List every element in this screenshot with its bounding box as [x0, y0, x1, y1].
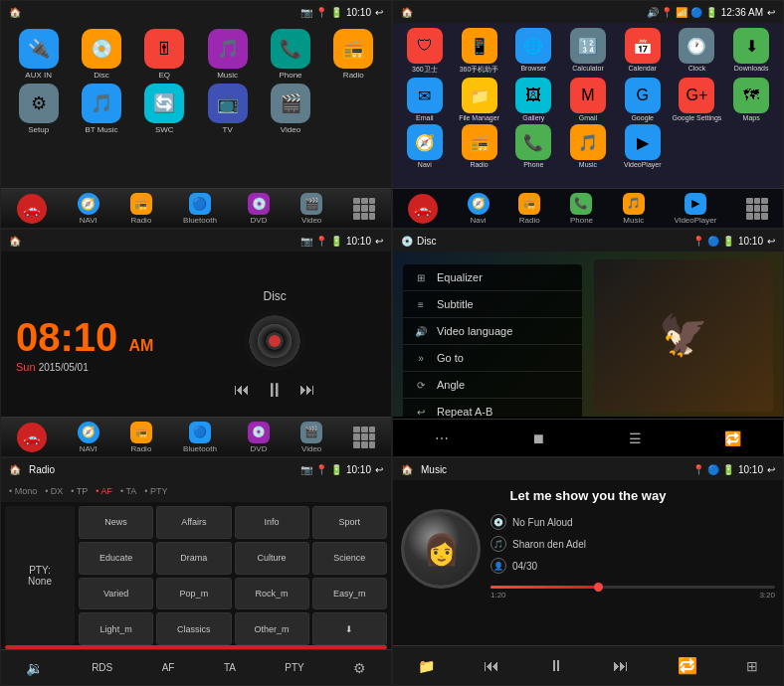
nav-bt-3[interactable]: 🔵 Bluetooth: [183, 422, 217, 453]
radio-pty-btn[interactable]: PTY: [285, 662, 303, 673]
radio-indicator-mono[interactable]: • Mono: [9, 486, 37, 496]
radio-btn-15[interactable]: ⬇: [312, 612, 387, 645]
android-app-13[interactable]: 🗺Maps: [725, 78, 777, 121]
music-progress[interactable]: 1:20 3:20: [490, 586, 775, 600]
radio-btn-2[interactable]: Info: [235, 506, 309, 539]
nav-video-1[interactable]: 🎬 Video: [300, 193, 322, 225]
app-icon-eq[interactable]: 🎚EQ: [135, 29, 194, 80]
back-icon-1[interactable]: ↩: [375, 7, 383, 18]
nav-phone-2[interactable]: 📞 Phone: [570, 193, 593, 225]
nav-grid-btn-3[interactable]: [353, 427, 375, 448]
android-app-8[interactable]: 📁File Manager: [454, 78, 505, 121]
radio-btn-6[interactable]: Culture: [235, 542, 309, 575]
radio-indicator-ta[interactable]: • TA: [120, 486, 136, 496]
music-settings-icon[interactable]: ⊞: [746, 658, 758, 674]
music-repeat-btn[interactable]: 🔁: [678, 656, 697, 675]
back-icon-6[interactable]: ↩: [767, 464, 775, 475]
dvd-menu-btn[interactable]: ⋯: [435, 430, 449, 446]
nav-grid-btn-1[interactable]: [353, 198, 375, 220]
android-app-14[interactable]: 🧭Navi: [399, 124, 451, 168]
android-app-2[interactable]: 🌐Browser: [507, 28, 559, 75]
android-app-16[interactable]: 📞Phone: [507, 124, 559, 168]
android-app-5[interactable]: 🕐Clock: [672, 28, 723, 75]
dvd-stop-btn[interactable]: ⏹: [531, 430, 545, 446]
radio-btn-3[interactable]: Sport: [312, 506, 387, 539]
android-app-12[interactable]: G+Google Settings: [672, 78, 723, 121]
radio-btn-7[interactable]: Science: [312, 542, 387, 575]
radio-indicator-af[interactable]: • AF: [96, 486, 112, 496]
android-app-9[interactable]: 🖼Gallery: [507, 78, 559, 121]
radio-indicator-pty[interactable]: • PTY: [144, 486, 167, 496]
radio-af[interactable]: AF: [162, 662, 175, 673]
back-icon-5[interactable]: ↩: [375, 464, 383, 475]
radio-indicator-dx[interactable]: • DX: [45, 486, 63, 496]
nav-music-2[interactable]: 🎵 Music: [623, 193, 645, 225]
back-icon-3[interactable]: ↩: [375, 236, 383, 247]
nav-bt-1[interactable]: 🔵 Bluetooth: [183, 193, 217, 225]
music-folder-icon[interactable]: 📁: [418, 658, 435, 674]
dvd-menu-item-3[interactable]: »Go to: [403, 345, 582, 372]
nav-video-3[interactable]: 🎬 Video: [300, 422, 322, 453]
nav-navi-3[interactable]: 🧭 NAVI: [78, 422, 99, 453]
android-app-10[interactable]: MGmail: [562, 78, 614, 121]
app-icon-tv[interactable]: 📺TV: [198, 84, 257, 134]
nav-car-2[interactable]: 🚗: [408, 194, 438, 224]
music-pause-btn[interactable]: ⏸: [548, 657, 564, 675]
disc-next[interactable]: ⏭: [299, 381, 315, 399]
app-icon-music[interactable]: 🎵Music: [198, 29, 257, 80]
radio-btn-4[interactable]: Educate: [79, 542, 153, 575]
radio-btn-11[interactable]: Easy_m: [312, 578, 387, 610]
dvd-menu-item-2[interactable]: 🔊Video language: [403, 318, 582, 345]
radio-btn-13[interactable]: Classics: [156, 612, 231, 645]
android-app-11[interactable]: GGoogle: [617, 78, 669, 121]
nav-dvd-1[interactable]: 💿 DVD: [248, 193, 270, 225]
android-app-7[interactable]: ✉Email: [399, 78, 451, 121]
android-app-17[interactable]: 🎵Music: [562, 124, 614, 168]
android-app-4[interactable]: 📅Calendar: [617, 28, 669, 75]
nav-navi-1[interactable]: 🧭 NAVI: [78, 193, 99, 225]
android-app-15[interactable]: 📻Radio: [454, 124, 505, 168]
app-icon-video[interactable]: 🎬Video: [261, 84, 319, 134]
radio-btn-5[interactable]: Drama: [156, 542, 231, 575]
app-icon-phone[interactable]: 📞Phone: [261, 29, 319, 80]
dvd-menu-item-1[interactable]: ≡Subtitle: [403, 291, 582, 318]
radio-btn-0[interactable]: News: [79, 506, 153, 539]
android-app-18[interactable]: ▶VideoPlayer: [617, 124, 669, 168]
dvd-menu-item-0[interactable]: ⊞Equalizer: [403, 264, 582, 291]
music-next-btn[interactable]: ⏭: [613, 657, 629, 675]
dvd-list-btn[interactable]: ☰: [629, 430, 642, 446]
nav-grid-btn-2[interactable]: [746, 198, 768, 220]
disc-prev[interactable]: ⏮: [234, 381, 250, 399]
radio-settings-icon[interactable]: ⚙: [353, 660, 366, 676]
nav-radio-2[interactable]: 📻 Radio: [518, 193, 540, 225]
radio-btn-9[interactable]: Pop_m: [156, 578, 231, 610]
radio-rds[interactable]: RDS: [92, 662, 112, 673]
nav-radio-3[interactable]: 📻 Radio: [130, 422, 152, 453]
app-icon-setup[interactable]: ⚙Setup: [9, 84, 68, 134]
radio-btn-14[interactable]: Other_m: [235, 612, 309, 645]
dvd-repeat-btn[interactable]: 🔁: [724, 430, 741, 446]
app-icon-radio[interactable]: 📻Radio: [324, 29, 383, 80]
radio-btn-8[interactable]: Varied: [79, 578, 153, 610]
app-icon-swc[interactable]: 🔄SWC: [135, 84, 194, 134]
music-prev-btn[interactable]: ⏮: [484, 657, 499, 675]
radio-btn-12[interactable]: Light_m: [79, 612, 153, 645]
android-app-6[interactable]: ⬇Downloads: [725, 28, 777, 75]
android-app-1[interactable]: 📱360手机助手: [454, 28, 505, 75]
nav-navi-2[interactable]: 🧭 Navi: [468, 193, 490, 225]
back-icon-2[interactable]: ↩: [767, 7, 775, 18]
nav-car-3[interactable]: 🚗: [17, 423, 47, 452]
android-app-3[interactable]: 🔢Calculator: [562, 28, 614, 75]
radio-ta[interactable]: TA: [224, 662, 236, 673]
radio-indicator-tp[interactable]: • TP: [71, 486, 88, 496]
back-icon-4[interactable]: ↩: [767, 236, 775, 247]
radio-btn-1[interactable]: Affairs: [156, 506, 231, 539]
dvd-menu-item-4[interactable]: ⟳Angle: [403, 372, 582, 399]
nav-car-1[interactable]: 🚗: [17, 194, 47, 224]
app-icon-btmusic[interactable]: 🎵BT Music: [72, 84, 130, 134]
app-icon-disc[interactable]: 💿Disc: [72, 29, 130, 80]
android-app-0[interactable]: 🛡360卫士: [399, 28, 451, 75]
radio-vol-icon[interactable]: 🔉: [26, 660, 43, 676]
nav-video-2[interactable]: ▶ VideoPlayer: [674, 193, 716, 225]
radio-btn-10[interactable]: Rock_m: [235, 578, 309, 610]
